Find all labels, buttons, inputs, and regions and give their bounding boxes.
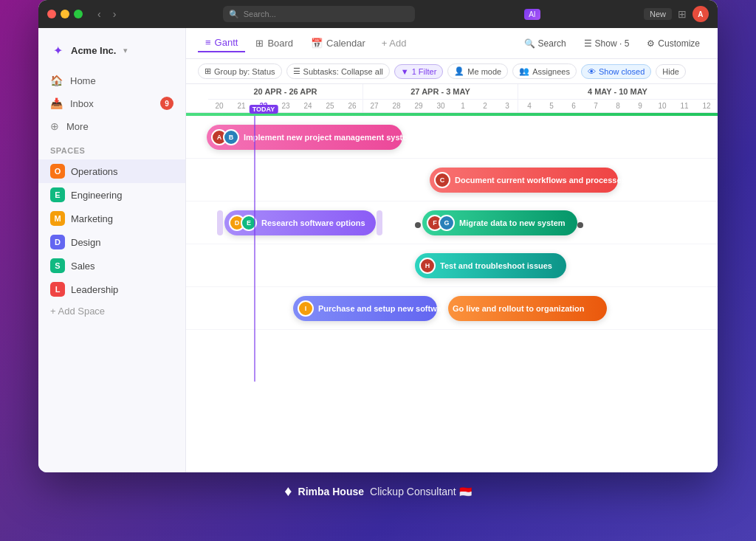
- workspace-logo[interactable]: ✦ Acme Inc. ▾: [38, 37, 185, 63]
- space-label: Sales: [71, 261, 95, 272]
- inbox-icon: 📥: [50, 97, 63, 109]
- home-icon: 🏠: [50, 75, 63, 86]
- avatar: C: [434, 172, 450, 188]
- gantt-day: 27: [363, 100, 385, 112]
- tab-gantt[interactable]: ≡ Gantt: [198, 34, 245, 52]
- calendar-icon: 📅: [311, 38, 323, 49]
- minimize-button[interactable]: [61, 10, 69, 18]
- tab-calendar[interactable]: 📅 Calendar: [303, 35, 373, 52]
- gantt-bar-6[interactable]: I Purchase and setup new software: [293, 296, 437, 321]
- back-button[interactable]: ‹: [94, 8, 104, 20]
- space-dot-sales: S: [50, 258, 65, 273]
- bar-label: Purchase and setup new software: [318, 304, 449, 313]
- sidebar-item-home[interactable]: 🏠 Home: [38, 69, 185, 92]
- space-item-marketing[interactable]: M Marketing: [38, 207, 185, 230]
- hide-chip[interactable]: Hide: [656, 64, 686, 79]
- address-bar[interactable]: 🔍 Search...: [223, 6, 415, 22]
- gantt-days-may2: 4 5 6 7 8 9 10 11 12: [518, 100, 717, 112]
- gantt-day: 24: [297, 100, 319, 112]
- gantt-day: 4: [518, 100, 540, 112]
- resize-handle-right[interactable]: [377, 210, 382, 235]
- ai-badge[interactable]: AI: [524, 9, 540, 20]
- gantt-group-apr: 20 APR - 26 APR 20 21 22 TODAY 23 24 25: [208, 84, 363, 112]
- add-space-button[interactable]: + Add Space: [38, 301, 185, 321]
- avatar: H: [419, 258, 436, 274]
- me-mode-icon: 👤: [454, 66, 464, 76]
- gantt-day: 29: [408, 100, 430, 112]
- close-button[interactable]: [47, 10, 56, 18]
- chip-label: Hide: [662, 67, 679, 76]
- space-label: Leadership: [71, 284, 118, 295]
- filter-chip[interactable]: ▼ 1 Filter: [394, 64, 444, 79]
- gantt-day: 26: [341, 100, 363, 112]
- gantt-bar-1[interactable]: A B Implement new project management sys…: [207, 125, 402, 150]
- space-item-design[interactable]: D Design: [38, 230, 185, 254]
- group-by-chip[interactable]: ⊞ Group by: Status: [198, 63, 282, 79]
- space-label: Design: [71, 237, 100, 248]
- space-item-sales[interactable]: S Sales: [38, 254, 185, 278]
- bar-label: Research software options: [261, 218, 365, 227]
- bar-avatars: A B: [211, 129, 239, 145]
- assignees-chip[interactable]: 👥 Assignees: [512, 63, 577, 79]
- traffic-lights: [47, 10, 83, 18]
- gantt-bar-5[interactable]: H Test and troubleshoot issues: [415, 253, 566, 278]
- view-toolbar: ≡ Gantt ⊞ Board 📅 Calendar + Add 🔍: [186, 28, 718, 59]
- me-mode-chip[interactable]: 👤 Me mode: [447, 63, 508, 79]
- show-button[interactable]: ☰ Show · 5: [578, 35, 636, 52]
- gantt-day: 1: [452, 100, 474, 112]
- resize-handle-left[interactable]: [217, 210, 223, 235]
- space-item-operations[interactable]: O Operations: [38, 159, 185, 183]
- title-bar-right: New ⊞ A: [644, 6, 709, 22]
- tab-label: Gantt: [215, 37, 238, 48]
- sidebar-item-inbox[interactable]: 📥 Inbox 9: [38, 92, 185, 115]
- space-item-engineering[interactable]: E Engineering: [38, 183, 185, 207]
- user-avatar[interactable]: A: [693, 6, 709, 22]
- star-icon: ✦: [53, 44, 63, 58]
- bar-avatars: H: [419, 258, 436, 274]
- brand-name: Rimba House: [298, 486, 364, 497]
- gantt-row: A B Implement new project management sys…: [186, 116, 718, 159]
- gantt-row: D E Research software options: [186, 201, 718, 244]
- gantt-bar-2[interactable]: C Document current workflows and process…: [430, 168, 618, 193]
- customize-button[interactable]: ⚙ Customize: [641, 35, 706, 52]
- bar-label: Test and troubleshoot issues: [440, 261, 552, 270]
- bar-label: Document current workflows and processes: [455, 176, 626, 185]
- gantt-group-may1: 27 APR - 3 MAY 27 28 29 30 1 2 3: [363, 84, 518, 112]
- grid-icon: ⊞: [678, 8, 687, 20]
- inbox-badge: 9: [160, 97, 173, 110]
- customize-label: Customize: [658, 38, 700, 49]
- space-label: Marketing: [71, 213, 113, 224]
- gantt-bar-7[interactable]: Go live and rollout to organization: [448, 296, 607, 321]
- gantt-area: 20 APR - 26 APR 20 21 22 TODAY 23 24 25: [186, 84, 718, 472]
- workspace-chevron-icon: ▾: [123, 46, 128, 55]
- gantt-day: 23: [275, 100, 297, 112]
- avatar: I: [298, 300, 314, 317]
- search-button[interactable]: 🔍 Search: [518, 35, 572, 52]
- connector-dot: [577, 222, 583, 228]
- board-icon: ⊞: [255, 38, 264, 49]
- new-button[interactable]: New: [644, 8, 672, 20]
- tab-board[interactable]: ⊞ Board: [248, 35, 300, 52]
- group-by-icon: ⊞: [205, 66, 211, 76]
- maximize-button[interactable]: [74, 10, 83, 18]
- gantt-bar-4[interactable]: F G Migrate data to new system: [422, 210, 577, 235]
- show-icon: ☰: [584, 38, 592, 49]
- bar-avatars: F G: [427, 215, 455, 231]
- chip-label: 1 Filter: [412, 67, 437, 76]
- sidebar-item-more[interactable]: ⊕ More: [38, 115, 185, 137]
- gantt-day: 9: [629, 100, 651, 112]
- space-dot-engineering: E: [50, 187, 65, 202]
- tab-add-button[interactable]: + Add: [376, 35, 413, 52]
- show-closed-chip[interactable]: 👁 Show closed: [581, 64, 651, 79]
- gantt-day: 2: [474, 100, 496, 112]
- gantt-bar-3[interactable]: D E Research software options: [224, 210, 376, 235]
- subtasks-chip[interactable]: ☰ Subtasks: Collapse all: [286, 63, 390, 79]
- space-item-leadership[interactable]: L Leadership: [38, 278, 185, 301]
- filter-bar: ⊞ Group by: Status ☰ Subtasks: Collapse …: [186, 59, 718, 84]
- gantt-days-apr: 20 21 22 TODAY 23 24 25 26: [208, 100, 362, 112]
- sidebar-item-label: Inbox: [70, 98, 94, 109]
- gantt-icon: ≡: [205, 37, 211, 48]
- forward-button[interactable]: ›: [110, 8, 120, 20]
- avatar: B: [223, 129, 239, 145]
- main-area: ≡ Gantt ⊞ Board 📅 Calendar + Add 🔍: [186, 28, 718, 472]
